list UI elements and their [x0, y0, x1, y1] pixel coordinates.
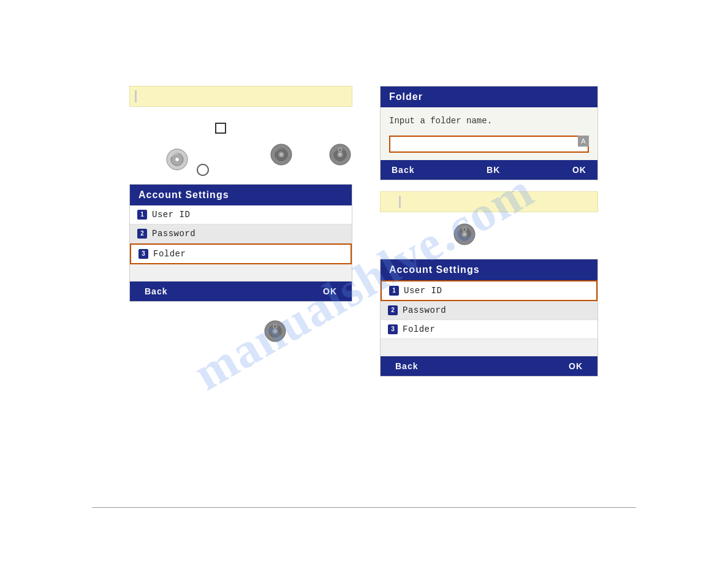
badge-3-left: 3 — [138, 249, 148, 259]
folder-input-area: A — [381, 131, 597, 160]
back-button-folder[interactable]: Back — [392, 165, 414, 175]
folder-dialog-header: Folder — [381, 86, 597, 107]
badge-3-right: 3 — [388, 324, 398, 334]
panel-header-right: Account Settings — [381, 259, 597, 280]
svg-point-7 — [280, 153, 282, 156]
folder-name-input[interactable] — [389, 136, 589, 153]
badge-1-right: 1 — [389, 286, 399, 296]
spacer-right — [381, 339, 597, 356]
left-panel: Account Settings 1 User ID 2 Password 3 … — [129, 86, 352, 357]
menu-item-password-right[interactable]: 2 Password — [381, 301, 597, 320]
cd-area-right — [380, 223, 598, 254]
panel-footer-right: Back OK — [381, 356, 597, 376]
cd-icon-right — [453, 223, 476, 245]
svg-point-18 — [274, 330, 276, 332]
ok-button-folder[interactable]: OK — [572, 165, 586, 175]
menu-item-password-left[interactable]: 2 Password — [130, 224, 352, 243]
svg-point-12 — [339, 153, 341, 156]
cd-icon-3 — [329, 144, 351, 166]
svg-point-24 — [463, 233, 466, 236]
menu-item-userid-left[interactable]: 1 User ID — [130, 205, 352, 224]
cd-icon-bottom-left — [264, 320, 286, 342]
watermark: manualshlve.com — [0, 0, 728, 563]
folder-footer: Back BK OK — [381, 160, 597, 180]
text-cursor-left — [135, 90, 137, 102]
badge-2-right: 2 — [388, 305, 398, 315]
spacer-left — [130, 264, 352, 282]
yellow-input-bar-right[interactable] — [380, 191, 598, 212]
right-panel: Folder Input a folder name. A Back BK OK — [380, 86, 598, 377]
text-cursor-right — [399, 196, 401, 208]
square-icon — [215, 123, 226, 134]
back-button-right[interactable]: Back — [395, 361, 418, 371]
badge-2-left: 2 — [137, 229, 147, 239]
bk-button-folder[interactable]: BK — [487, 165, 500, 175]
panel-footer-left: Back OK — [130, 282, 352, 301]
icon-area-left — [129, 118, 352, 179]
circle-icon-left — [197, 164, 209, 176]
badge-1-left: 1 — [137, 210, 147, 220]
svg-point-3 — [176, 158, 178, 161]
panel-header-left: Account Settings — [130, 185, 352, 205]
back-button-left[interactable]: Back — [145, 286, 167, 296]
menu-item-folder-right[interactable]: 3 Folder — [381, 320, 597, 339]
input-label-a: A — [578, 136, 589, 147]
ok-button-right[interactable]: OK — [569, 361, 583, 371]
folder-dialog: Folder Input a folder name. A Back BK OK — [380, 86, 598, 180]
ok-button-left[interactable]: OK — [323, 286, 337, 296]
account-settings-panel-right: Account Settings 1 User ID 2 Password 3 … — [380, 259, 598, 377]
yellow-input-bar-left[interactable] — [129, 86, 352, 107]
cd-icon-1 — [166, 148, 188, 170]
folder-instruction: Input a folder name. — [381, 107, 597, 131]
bottom-separator — [92, 507, 636, 508]
menu-item-userid-right[interactable]: 1 User ID — [381, 280, 597, 301]
menu-item-folder-left[interactable]: 3 Folder — [130, 243, 352, 264]
cd-area-below-left — [129, 320, 352, 357]
account-settings-panel-left: Account Settings 1 User ID 2 Password 3 … — [129, 184, 352, 302]
cd-icon-2 — [270, 144, 292, 166]
